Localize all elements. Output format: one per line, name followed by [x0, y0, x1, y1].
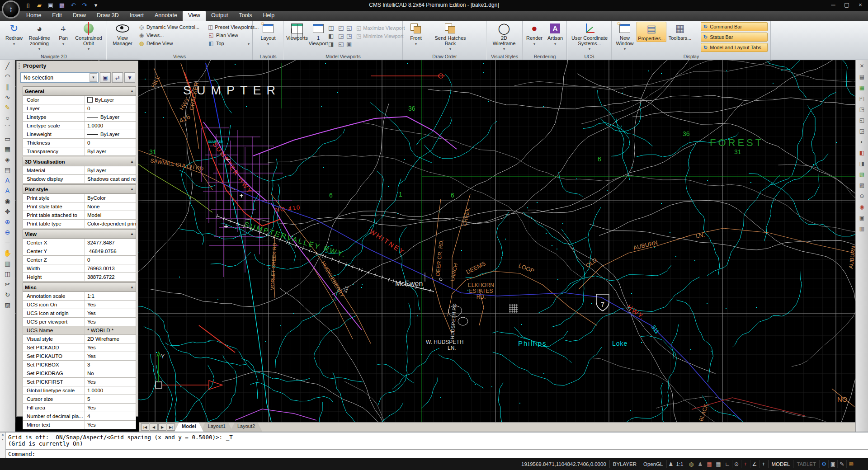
property-value[interactable]: ByLayer — [85, 147, 136, 155]
mail-icon[interactable]: ✉ — [846, 460, 855, 468]
command-input[interactable]: Command: — [8, 451, 35, 457]
constrained-orbit-button[interactable]: ConstrainedOrbit▾ — [73, 22, 104, 52]
trim-tool[interactable]: ✂ — [2, 279, 13, 289]
collapse-icon[interactable]: ▲ — [130, 232, 134, 236]
qat-new-file-icon[interactable]: ▯ — [24, 1, 33, 9]
qat-open-file-icon[interactable]: ▰ — [35, 1, 44, 9]
shade-icon[interactable]: ◐ — [857, 137, 867, 146]
polar-icon[interactable]: ⊙ — [732, 460, 741, 468]
chevron-down-icon[interactable]: ▼ — [90, 73, 97, 82]
zoom-in-tool[interactable]: ⊕ — [2, 217, 13, 227]
circle-tool[interactable]: ○ — [2, 113, 13, 123]
property-value[interactable]: 0 — [85, 104, 136, 113]
property-value[interactable]: Color-dependent print ... — [85, 220, 136, 228]
vp-tr-icon[interactable]: ◳ — [857, 105, 867, 114]
property-value[interactable]: 76963.0013 — [85, 264, 136, 273]
sheet-nav-button[interactable]: ▶ — [158, 423, 166, 431]
tab-draw[interactable]: Draw — [67, 11, 91, 21]
tab-home[interactable]: Home — [21, 11, 47, 21]
annotation-scale-field[interactable]: 1:1 — [675, 460, 687, 468]
qat-redo-icon[interactable]: ↷ — [80, 1, 89, 9]
close-icon[interactable]: ✕ — [1, 432, 4, 437]
mtext-tool[interactable]: A — [2, 186, 13, 196]
property-value[interactable]: 1.0000 — [85, 386, 136, 395]
toolbars-button[interactable]: ▦Toolbars... — [667, 22, 693, 41]
section-header-view[interactable]: View▲ — [23, 229, 136, 239]
otrack-icon[interactable]: ∠ — [750, 460, 759, 468]
property-value[interactable]: Shadows cast and rec... — [85, 175, 136, 183]
collapse-icon[interactable]: ▲ — [130, 285, 134, 289]
lamp-icon[interactable]: ◍ — [687, 460, 696, 468]
grid-icon[interactable]: ▦ — [857, 83, 867, 92]
property-value[interactable]: 4 — [85, 412, 136, 420]
property-value[interactable]: 32477.8487 — [85, 239, 136, 247]
property-value[interactable]: ByLayer — [85, 96, 136, 104]
property-value[interactable]: 3 — [85, 361, 136, 369]
maximize-button[interactable]: ▢ — [840, 0, 854, 9]
section-header-general[interactable]: General▲ — [23, 86, 136, 96]
property-value[interactable]: ByLayer — [85, 166, 136, 174]
section-header-3d-visualisation[interactable]: 3D Visualisation▲ — [23, 157, 136, 166]
sheet-tab-layout1[interactable]: Layout1 — [201, 423, 233, 432]
property-value[interactable]: 38872.6722 — [85, 273, 136, 281]
viewport-tool[interactable]: ◫ — [2, 269, 13, 279]
tab-annotate[interactable]: Annotate — [149, 11, 183, 21]
vp-bl-icon[interactable]: ◱ — [857, 116, 867, 125]
pan-tool[interactable]: ✋ — [2, 248, 13, 258]
target-icon[interactable]: ⊙ — [857, 192, 867, 201]
viewport-join-icon[interactable]: ▣ — [346, 41, 352, 47]
drawing-canvas[interactable]: SUMPTERSUMPTERCRACKERHILLHWY416SUMPTER H… — [15, 60, 855, 432]
annotation-pen-icon[interactable]: ✎ — [837, 460, 846, 468]
move-tool[interactable]: ✥ — [2, 207, 13, 216]
app-logo-icon[interactable]: ↕ — [2, 0, 20, 19]
collapse-icon[interactable]: ▲ — [130, 160, 134, 164]
panel-icon[interactable]: ▣ — [857, 213, 867, 222]
property-value[interactable]: 2D Wireframe — [85, 335, 136, 343]
tab-tools[interactable]: Tools — [233, 11, 257, 21]
zoom-out-tool[interactable]: ⊖ — [2, 227, 13, 237]
map-drawing[interactable]: SUMPTERSUMPTERCRACKERHILLHWY416SUMPTER H… — [15, 60, 855, 423]
bylayer-field[interactable]: BYLAYER — [609, 460, 640, 468]
property-value[interactable]: Yes — [85, 301, 136, 309]
tab-insert[interactable]: Insert — [124, 11, 149, 21]
property-value[interactable]: 1:1 — [85, 292, 136, 300]
hatch-tool[interactable]: ▦ — [2, 144, 13, 154]
rectangle-tool[interactable]: ▭ — [2, 134, 13, 144]
views-item[interactable]: ◉Views... — [138, 32, 206, 39]
region-tool[interactable]: ◉ — [2, 196, 13, 206]
property-value[interactable]: Yes — [85, 378, 136, 386]
property-value[interactable]: No — [85, 369, 136, 377]
property-value[interactable]: Yes — [85, 309, 136, 317]
close-view-icon[interactable]: ✕ — [857, 61, 867, 70]
sheet-nav-button[interactable]: ◀ — [150, 423, 158, 431]
property-value[interactable]: Yes — [85, 318, 136, 326]
viewport-join-icon[interactable]: ◰ — [338, 24, 344, 31]
grid-tool[interactable]: ▥ — [2, 258, 13, 268]
selection-combobox[interactable]: No selection ▼ — [20, 72, 99, 83]
section-header-misc[interactable]: Misc▲ — [23, 282, 136, 292]
artisan-button[interactable]: AArtisan▾ — [545, 22, 566, 47]
block-tool[interactable]: ◈ — [2, 155, 13, 164]
2d-wireframe-button[interactable]: ◯2DWireframe▾ — [490, 22, 519, 52]
viewport-arrangement-icon[interactable]: ◧ — [328, 33, 334, 39]
spline-tool[interactable]: ∿ — [2, 92, 13, 102]
redraw-button[interactable]: ↻Redraw▾ — [4, 22, 24, 47]
vp-tl-icon[interactable]: ◰ — [857, 94, 867, 103]
user-icon[interactable]: ♟ — [666, 460, 675, 468]
sheet-tab-layout2[interactable]: Layout2 — [230, 423, 262, 432]
property-value[interactable]: Yes — [85, 421, 136, 429]
sheet-nav-button[interactable]: |◀ — [141, 423, 149, 431]
tab-edit[interactable]: Edit — [47, 11, 67, 21]
pan-button[interactable]: ↔↕Pan▾ — [54, 22, 72, 47]
property-value[interactable]: 1.0000 — [85, 122, 136, 130]
rows-icon[interactable]: ▥ — [857, 224, 867, 233]
arc-tool[interactable]: ◠ — [2, 71, 13, 81]
status-bar-toggle[interactable]: ↻Status Bar — [701, 33, 768, 42]
osnap-icon[interactable]: + — [741, 460, 750, 468]
table-tool[interactable]: ▤ — [2, 165, 13, 175]
qat-save-as-icon[interactable]: ▩ — [57, 1, 66, 9]
cascade-windows-icon[interactable]: ▣ — [828, 460, 837, 468]
qat-save-icon[interactable]: ▣ — [46, 1, 55, 9]
line-tool[interactable]: ╱ — [2, 61, 13, 71]
viewport-join-icon[interactable]: ◱ — [338, 41, 344, 47]
